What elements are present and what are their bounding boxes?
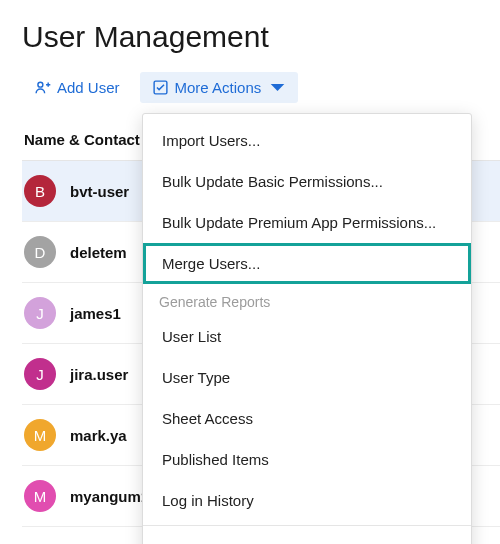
toolbar: Add User More Actions bbox=[22, 72, 500, 103]
menu-item[interactable]: Sheet Access bbox=[143, 398, 471, 439]
user-name: deletem bbox=[70, 244, 127, 261]
avatar: M bbox=[24, 419, 56, 451]
svg-point-0 bbox=[38, 82, 43, 87]
add-user-button[interactable]: Add User bbox=[22, 72, 132, 103]
more-actions-button[interactable]: More Actions bbox=[140, 72, 299, 103]
menu-section-header: Generate Reports bbox=[143, 284, 471, 316]
avatar: B bbox=[24, 175, 56, 207]
more-actions-label: More Actions bbox=[175, 79, 262, 96]
user-name: bvt-user bbox=[70, 183, 129, 200]
avatar: J bbox=[24, 297, 56, 329]
avatar: J bbox=[24, 358, 56, 390]
checkbox-checked-icon bbox=[152, 79, 169, 96]
menu-item[interactable]: Import Users... bbox=[143, 120, 471, 161]
avatar: M bbox=[24, 480, 56, 512]
add-user-icon bbox=[34, 79, 51, 96]
menu-item[interactable]: Published Items bbox=[143, 439, 471, 480]
user-name: jira.user bbox=[70, 366, 128, 383]
user-name: mark.ya bbox=[70, 427, 127, 444]
menu-item[interactable]: Bulk Update Basic Permissions... bbox=[143, 161, 471, 202]
add-user-label: Add User bbox=[57, 79, 120, 96]
menu-item[interactable]: User Type bbox=[143, 357, 471, 398]
menu-divider bbox=[143, 525, 471, 526]
menu-item[interactable]: User List bbox=[143, 316, 471, 357]
page-title: User Management bbox=[22, 20, 500, 54]
caret-down-icon bbox=[269, 79, 286, 96]
user-name: james1 bbox=[70, 305, 121, 322]
more-actions-menu: Import Users...Bulk Update Basic Permiss… bbox=[142, 113, 472, 544]
menu-item[interactable]: Log in History bbox=[143, 480, 471, 521]
avatar: D bbox=[24, 236, 56, 268]
menu-item[interactable]: Bulk Update Premium App Permissions... bbox=[143, 202, 471, 243]
menu-item[interactable]: Merge Users... bbox=[143, 243, 471, 284]
menu-item[interactable]: Revoke Access to Items... bbox=[143, 530, 471, 544]
